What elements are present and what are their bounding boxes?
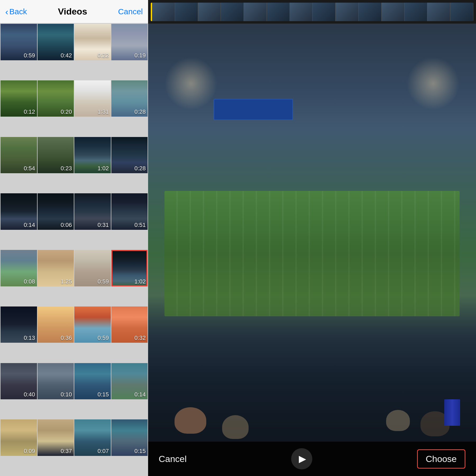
video-duration-label: 0:14 — [134, 391, 146, 398]
foreground-crowd — [148, 295, 476, 442]
video-thumb-29[interactable]: 0:09 — [1, 419, 37, 456]
video-thumb-4[interactable]: 0:19 — [111, 24, 148, 60]
video-thumb-20[interactable]: 1:02 — [111, 250, 148, 286]
video-thumb-24[interactable]: 0:32 — [111, 306, 148, 343]
back-label: Back — [9, 7, 27, 16]
bottom-bar: Cancel ▶ Choose — [148, 442, 476, 476]
right-panel: Cancel ▶ Choose — [148, 0, 476, 476]
video-duration-label: 0:36 — [61, 335, 72, 341]
video-duration-label: 0:22 — [98, 52, 109, 59]
person-head — [386, 410, 410, 431]
video-thumb-15[interactable]: 0:31 — [74, 193, 111, 230]
page-title: Videos — [58, 6, 87, 17]
video-thumb-30[interactable]: 0:37 — [38, 419, 74, 456]
video-thumb-32[interactable]: 0:15 — [111, 419, 148, 456]
nav-bar: ‹ Back Videos Cancel — [0, 0, 148, 23]
video-duration-label: 0:28 — [134, 108, 146, 115]
video-thumb-25[interactable]: 0:40 — [1, 363, 37, 400]
play-icon: ▶ — [299, 453, 306, 464]
back-chevron-icon: ‹ — [5, 7, 8, 16]
video-thumb-6[interactable]: 0:20 — [38, 80, 74, 117]
video-thumb-31[interactable]: 0:07 — [74, 419, 111, 456]
choose-button[interactable]: Choose — [417, 449, 465, 469]
video-duration-label: 0:40 — [24, 391, 35, 398]
video-thumb-5[interactable]: 0:12 — [1, 80, 37, 117]
video-duration-label: 0:42 — [61, 52, 72, 59]
timeline-strip[interactable] — [148, 0, 476, 24]
video-duration-label: 0:23 — [61, 165, 72, 172]
video-duration-label: 0:13 — [24, 335, 35, 341]
video-thumb-23[interactable]: 0:59 — [74, 306, 111, 343]
stadium-preview — [148, 24, 476, 442]
video-thumb-21[interactable]: 0:13 — [1, 306, 37, 343]
video-duration-label: 0:32 — [134, 335, 146, 341]
video-thumb-9[interactable]: 0:54 — [1, 137, 37, 173]
video-thumb-16[interactable]: 0:51 — [111, 193, 148, 230]
video-duration-label: 0:07 — [98, 448, 109, 455]
video-thumb-12[interactable]: 0:28 — [111, 137, 148, 173]
left-panel: ‹ Back Videos Cancel 0:590:420:220:190:1… — [0, 0, 148, 476]
filmstrip-frame — [290, 3, 313, 21]
filmstrip-frame — [359, 3, 382, 21]
filmstrip-frame — [405, 3, 428, 21]
video-thumb-28[interactable]: 0:14 — [111, 363, 148, 400]
video-thumb-13[interactable]: 0:14 — [1, 193, 37, 230]
video-duration-label: 0:59 — [98, 335, 109, 341]
bottom-cancel-button[interactable]: Cancel — [159, 454, 187, 464]
video-thumb-8[interactable]: 0:28 — [111, 80, 148, 117]
video-duration-label: 0:15 — [134, 448, 146, 455]
filmstrip-frame — [336, 3, 359, 21]
video-thumb-18[interactable]: 1:25 — [38, 250, 74, 286]
video-thumb-3[interactable]: 0:22 — [74, 24, 111, 60]
video-thumb-26[interactable]: 0:10 — [38, 363, 74, 400]
filmstrip-frame — [427, 3, 450, 21]
video-grid: 0:590:420:220:190:120:201:310:280:540:23… — [0, 23, 148, 476]
video-thumb-10[interactable]: 0:23 — [38, 137, 74, 173]
video-duration-label: 0:28 — [134, 165, 146, 172]
video-duration-label: 0:20 — [61, 108, 72, 115]
stadium-light-left — [164, 57, 217, 110]
video-duration-label: 0:15 — [98, 391, 109, 398]
filmstrip-frame — [175, 3, 198, 21]
video-duration-label: 0:54 — [24, 165, 35, 172]
video-preview-area — [148, 24, 476, 442]
stadium-light-right — [407, 57, 460, 110]
led-scoreboard — [214, 99, 293, 120]
filmstrip-frame — [221, 3, 244, 21]
person-head — [222, 415, 249, 439]
video-duration-label: 0:10 — [61, 391, 72, 398]
video-thumb-27[interactable]: 0:15 — [74, 363, 111, 400]
video-duration-label: 1:25 — [61, 278, 72, 285]
nav-cancel-button[interactable]: Cancel — [118, 7, 143, 16]
video-thumb-14[interactable]: 0:06 — [38, 193, 74, 230]
play-button[interactable]: ▶ — [291, 448, 312, 469]
video-thumb-11[interactable]: 1:02 — [74, 137, 111, 173]
filmstrip-frame — [450, 3, 473, 21]
blue-flag — [444, 399, 460, 426]
video-thumb-17[interactable]: 0:08 — [1, 250, 37, 286]
video-duration-label: 0:14 — [24, 222, 35, 228]
video-thumb-2[interactable]: 0:42 — [38, 24, 74, 60]
filmstrip-frame — [267, 3, 290, 21]
video-duration-label: 0:31 — [98, 222, 109, 228]
video-duration-label: 1:02 — [134, 278, 146, 285]
video-duration-label: 0:19 — [134, 52, 146, 59]
video-thumb-22[interactable]: 0:36 — [38, 306, 74, 343]
video-duration-label: 0:59 — [24, 52, 35, 59]
video-duration-label: 1:31 — [98, 108, 109, 115]
video-duration-label: 0:59 — [98, 278, 109, 285]
filmstrip-frame — [244, 3, 267, 21]
back-button[interactable]: ‹ Back — [5, 7, 27, 16]
video-thumb-1[interactable]: 0:59 — [1, 24, 37, 60]
video-duration-label: 0:51 — [134, 222, 146, 228]
video-duration-label: 0:37 — [61, 448, 72, 455]
filmstrip-frame — [198, 3, 221, 21]
video-thumb-7[interactable]: 1:31 — [74, 80, 111, 117]
video-duration-label: 0:09 — [24, 448, 35, 455]
video-duration-label: 0:12 — [24, 108, 35, 115]
video-thumb-19[interactable]: 0:59 — [74, 250, 111, 286]
person-head — [175, 407, 206, 434]
filmstrip-frame — [313, 3, 336, 21]
filmstrip-frame — [382, 3, 405, 21]
video-duration-label: 0:06 — [61, 222, 72, 228]
